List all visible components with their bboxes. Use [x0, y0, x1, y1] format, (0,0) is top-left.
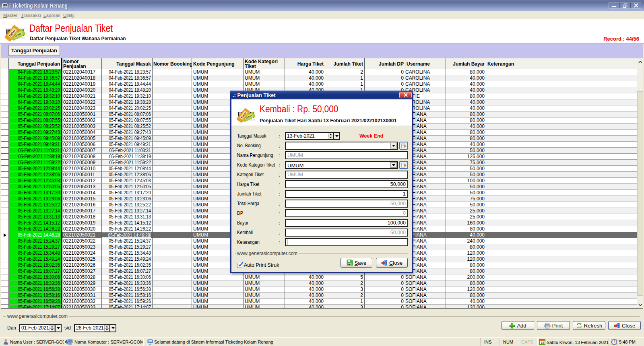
svg-text:13: 13 — [541, 341, 544, 344]
